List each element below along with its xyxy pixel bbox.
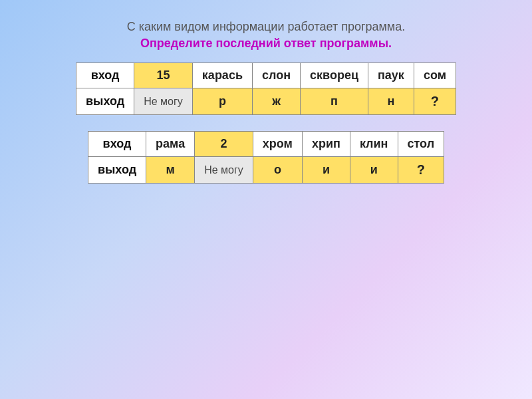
table-cell-r1-c6: ? — [414, 88, 456, 115]
table-cell-r1-c4: и — [302, 157, 350, 184]
table-cell-r0-c1: 15 — [134, 63, 193, 88]
table1-container: вход15карасьслонскворецпауксомвыходНе мо… — [76, 63, 456, 115]
table-cell-r0-c2: карась — [192, 63, 252, 88]
table2-container: входрама2хромхрипклинстолвыходмНе могуои… — [88, 131, 444, 184]
table-cell-r1-c0: выход — [88, 157, 146, 184]
table-cell-r1-c3: ж — [252, 88, 300, 115]
table-cell-r0-c0: вход — [76, 63, 134, 88]
table-cell-r0-c4: скворец — [301, 63, 368, 88]
table-cell-r1-c5: и — [350, 157, 398, 184]
table-cell-r1-c2: Не могу — [195, 157, 253, 184]
table-cell-r0-c0: вход — [88, 132, 146, 157]
table-cell-r1-c1: Не могу — [134, 88, 193, 115]
title-line1: С каким видом информации работает програ… — [127, 20, 406, 34]
table2: входрама2хромхрипклинстолвыходмНе могуои… — [88, 131, 444, 184]
table-cell-r1-c3: о — [253, 157, 302, 184]
table-cell-r0-c5: паук — [368, 63, 414, 88]
table-cell-r1-c6: ? — [398, 157, 444, 184]
title-block: С каким видом информации работает програ… — [127, 20, 406, 51]
table-cell-r1-c5: н — [368, 88, 414, 115]
table-cell-r0-c3: слон — [252, 63, 300, 88]
table-cell-r0-c6: сом — [414, 63, 456, 88]
table-cell-r0-c2: 2 — [195, 132, 253, 157]
table-cell-r0-c4: хрип — [302, 132, 350, 157]
table-cell-r0-c1: рама — [146, 132, 195, 157]
title-line2: Определите последний ответ программы. — [127, 37, 406, 51]
table-cell-r1-c0: выход — [76, 88, 134, 115]
table-cell-r1-c1: м — [146, 157, 195, 184]
table-cell-r0-c3: хром — [253, 132, 302, 157]
table-cell-r1-c4: п — [301, 88, 368, 115]
table-cell-r0-c6: стол — [398, 132, 444, 157]
table-cell-r0-c5: клин — [350, 132, 398, 157]
table1: вход15карасьслонскворецпауксомвыходНе мо… — [76, 63, 456, 115]
table-cell-r1-c2: р — [192, 88, 252, 115]
